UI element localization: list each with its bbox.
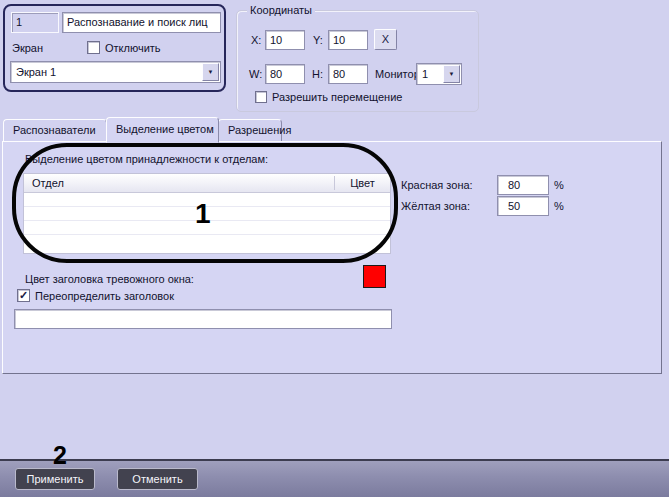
cancel-button[interactable]: Отменить xyxy=(117,468,198,490)
tab-permissions[interactable]: Разрешения xyxy=(218,119,282,142)
object-id-field[interactable]: 1 xyxy=(11,12,59,33)
h-field[interactable]: 80 xyxy=(328,64,368,84)
x-label: X: xyxy=(251,34,261,47)
chevron-down-icon[interactable]: ▼ xyxy=(202,63,219,81)
red-zone-label: Красная зона: xyxy=(401,179,473,192)
yellow-zone-field[interactable]: 50 xyxy=(497,196,549,216)
yellow-zone-unit: % xyxy=(554,200,564,213)
disable-checkbox[interactable] xyxy=(87,41,100,54)
override-title-checkbox[interactable]: ✓ xyxy=(17,289,30,302)
x-field[interactable]: 10 xyxy=(265,30,305,50)
apply-button[interactable]: Применить xyxy=(15,468,95,490)
disable-checkbox-label: Отключить xyxy=(105,42,161,55)
red-zone-unit: % xyxy=(554,179,564,192)
w-field[interactable]: 80 xyxy=(265,64,305,84)
alarm-title-color-swatch[interactable] xyxy=(363,265,386,288)
object-group-box: 1 Распознавание и поиск лиц Экран Отключ… xyxy=(3,4,226,92)
monitor-select[interactable]: 1 ▼ xyxy=(416,63,462,85)
red-zone-field[interactable]: 80 xyxy=(497,175,549,195)
object-name-field[interactable]: Распознавание и поиск лиц xyxy=(62,12,221,33)
chevron-down-icon[interactable]: ▼ xyxy=(443,65,460,83)
monitor-label: Монитор xyxy=(375,68,420,81)
table-row[interactable] xyxy=(24,235,390,249)
monitor-select-value: 1 xyxy=(422,67,428,82)
screen-select-value: Экран 1 xyxy=(16,65,56,80)
override-title-label: Переопределить заголовок xyxy=(35,290,174,303)
y-field[interactable]: 10 xyxy=(328,30,368,50)
w-label: W: xyxy=(249,68,262,81)
h-label: H: xyxy=(312,68,323,81)
column-header-color: Цвет xyxy=(334,177,391,189)
allow-move-checkbox[interactable] xyxy=(255,91,267,103)
y-label: Y: xyxy=(313,34,323,47)
tab-recognizers[interactable]: Распознаватели xyxy=(3,119,107,142)
coordinates-group-title: Координаты xyxy=(247,4,315,17)
override-title-input[interactable] xyxy=(14,309,392,329)
callout-number-1: 1 xyxy=(195,198,211,230)
footer-bar: Применить Отменить xyxy=(0,461,669,497)
yellow-zone-label: Жёлтая зона: xyxy=(401,200,470,213)
clear-position-button[interactable]: X xyxy=(374,29,397,50)
screen-label: Экран xyxy=(12,42,43,55)
column-header-department: Отдел xyxy=(32,177,64,189)
screen-select[interactable]: Экран 1 ▼ xyxy=(10,61,221,83)
tab-color-highlight[interactable]: Выделение цветом xyxy=(106,117,219,143)
color-highlight-tab-panel: Выделение цветом принадлежности к отдела… xyxy=(2,141,662,374)
department-section-label: Выделение цветом принадлежности к отдела… xyxy=(25,153,268,166)
coordinates-group-box: Координаты X: 10 Y: 10 X W: 80 H: 80 Мон… xyxy=(236,10,479,112)
allow-move-label: Разрешить перемещение xyxy=(272,91,402,104)
settings-dialog: { "object_panel": { "id_value": "1", "na… xyxy=(0,0,669,497)
table-header-row: Отдел Цвет xyxy=(24,174,390,193)
alarm-title-color-label: Цвет заголовка тревожного окна: xyxy=(25,273,194,286)
callout-number-2: 2 xyxy=(53,441,67,470)
